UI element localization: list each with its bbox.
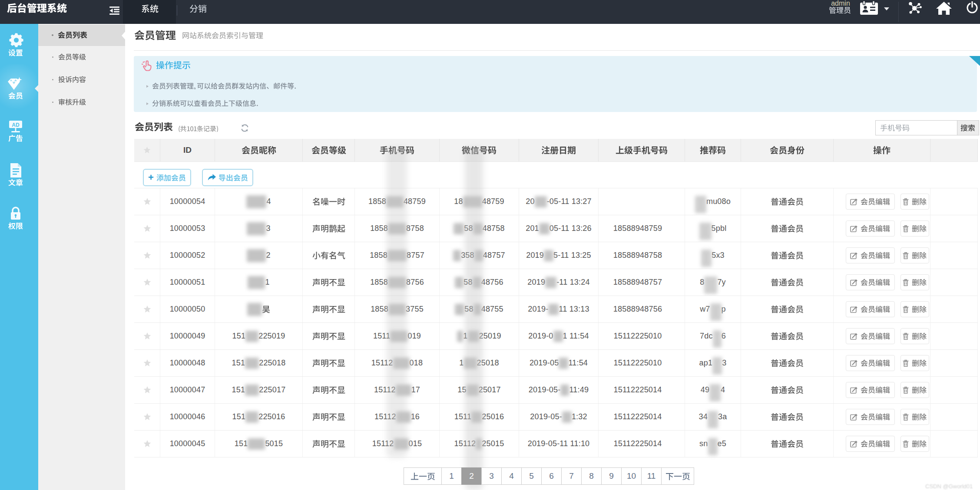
- svg-text:AD: AD: [12, 122, 20, 128]
